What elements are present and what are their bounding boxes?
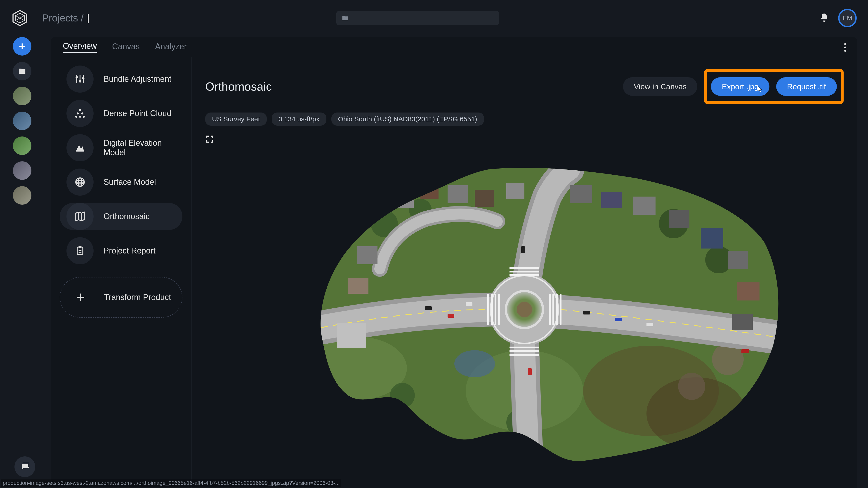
status-link: production-image-sets.s3.us-west-2.amazo… (1, 480, 341, 487)
svg-rect-93 (741, 349, 749, 353)
content-panel: Orthomosaic View in Canvas Export .jpg R… (192, 57, 857, 488)
svg-rect-78 (701, 228, 723, 249)
more-menu-button[interactable] (844, 43, 846, 53)
svg-rect-89 (615, 318, 622, 321)
svg-rect-79 (728, 251, 748, 269)
top-bar: Projects / EM (0, 0, 868, 36)
clipboard-icon (66, 237, 94, 264)
top-right-controls: EM (819, 9, 857, 27)
left-rail (10, 37, 34, 205)
svg-point-9 (844, 50, 846, 52)
project-thumb[interactable] (13, 87, 31, 105)
transform-label: Transform Product (104, 293, 171, 302)
sidebar-item-label: Bundle Adjustment (103, 74, 171, 84)
svg-rect-86 (447, 314, 454, 318)
sidebar-item-dense-point-cloud[interactable]: Dense Point Cloud (60, 100, 182, 127)
svg-point-54 (517, 302, 532, 317)
folder-icon (342, 15, 348, 22)
chip-units: US Survey Feet (205, 112, 267, 126)
map-icon (66, 203, 94, 230)
globe-icon (66, 168, 94, 196)
svg-rect-77 (669, 210, 689, 228)
svg-rect-90 (647, 323, 653, 326)
sidebar-item-surface-model[interactable]: Surface Model (60, 168, 182, 196)
svg-point-20 (79, 116, 81, 118)
project-thumb[interactable] (13, 186, 31, 205)
projects-folder-button[interactable] (13, 62, 31, 80)
svg-rect-72 (475, 190, 494, 207)
below-tabs: Bundle Adjustment Dense Point Cloud Digi… (51, 57, 857, 488)
breadcrumb[interactable]: Projects / (42, 12, 89, 24)
svg-rect-87 (466, 302, 472, 306)
project-thumb[interactable] (13, 161, 31, 180)
user-avatar[interactable]: EM (838, 9, 857, 27)
search-input[interactable] (336, 11, 499, 25)
process-sidebar: Bundle Adjustment Dense Point Cloud Digi… (51, 57, 192, 488)
chip-resolution: 0.134 us-ft/px (272, 112, 327, 126)
sliders-icon (66, 66, 94, 93)
tabs: Overview Canvas Analyzer (51, 37, 857, 57)
svg-rect-73 (506, 183, 524, 199)
svg-point-18 (81, 112, 84, 114)
header-actions: View in Canvas Export .jpg Request .tif (623, 69, 844, 104)
tab-canvas[interactable]: Canvas (112, 42, 140, 53)
svg-point-8 (844, 46, 846, 48)
svg-rect-82 (357, 246, 377, 264)
tab-overview[interactable]: Overview (63, 41, 97, 53)
svg-point-21 (83, 116, 85, 118)
svg-point-13 (75, 76, 78, 78)
sidebar-item-label: Orthomosaic (103, 212, 150, 221)
app-logo[interactable] (11, 9, 29, 27)
svg-point-16 (79, 109, 81, 111)
tab-analyzer[interactable]: Analyzer (155, 42, 187, 53)
svg-point-49 (390, 383, 415, 408)
sidebar-item-label: Dense Point Cloud (103, 109, 171, 118)
svg-rect-69 (393, 192, 414, 208)
chat-button[interactable] (14, 456, 35, 477)
content-header: Orthomosaic View in Canvas Export .jpg R… (205, 69, 844, 104)
request-tif-button[interactable]: Request .tif (776, 77, 837, 96)
project-thumb[interactable] (13, 136, 31, 155)
svg-rect-70 (421, 183, 438, 199)
sidebar-item-label: Digital Elevation Model (103, 138, 176, 157)
sidebar-item-orthomosaic[interactable]: Orthomosaic (60, 203, 182, 230)
breadcrumb-sep: / (78, 12, 86, 24)
dots-icon (66, 100, 94, 127)
svg-rect-88 (583, 311, 590, 315)
svg-point-47 (678, 373, 705, 400)
svg-rect-71 (447, 185, 468, 203)
svg-point-17 (76, 112, 79, 114)
sidebar-item-digital-elevation-model[interactable]: Digital Elevation Model (60, 134, 182, 161)
page-title: Orthomosaic (205, 80, 272, 93)
mountain-icon (66, 134, 94, 161)
svg-rect-29 (79, 246, 82, 248)
view-in-canvas-button[interactable]: View in Canvas (623, 77, 698, 96)
fullscreen-button[interactable] (205, 135, 844, 144)
main-panel: Overview Canvas Analyzer Bundle Adjustme… (51, 37, 857, 488)
svg-rect-75 (601, 192, 622, 208)
export-highlight: Export .jpg Request .tif (704, 69, 844, 104)
svg-point-7 (844, 43, 846, 45)
cursor-icon (757, 86, 763, 93)
sidebar-item-project-report[interactable]: Project Report (60, 237, 182, 264)
svg-rect-74 (569, 185, 592, 203)
project-thumb[interactable] (13, 111, 31, 130)
breadcrumb-root[interactable]: Projects (42, 12, 78, 24)
svg-rect-92 (528, 368, 532, 375)
svg-rect-84 (337, 323, 366, 348)
add-button[interactable] (13, 37, 31, 56)
orthomosaic-image[interactable] (262, 151, 786, 477)
svg-point-19 (75, 116, 77, 118)
notifications-button[interactable] (819, 13, 829, 24)
svg-rect-81 (733, 314, 753, 330)
sidebar-item-label: Project Report (103, 246, 156, 256)
metadata-chips: US Survey Feet 0.134 us-ft/px Ohio South… (205, 112, 844, 126)
svg-rect-76 (633, 197, 655, 215)
svg-rect-80 (737, 283, 760, 300)
svg-point-40 (454, 350, 495, 377)
svg-point-14 (79, 80, 81, 82)
sidebar-item-bundle-adjustment[interactable]: Bundle Adjustment (60, 66, 182, 93)
svg-rect-85 (425, 306, 432, 310)
plus-icon (67, 284, 94, 311)
transform-product-button[interactable]: Transform Product (60, 277, 182, 318)
